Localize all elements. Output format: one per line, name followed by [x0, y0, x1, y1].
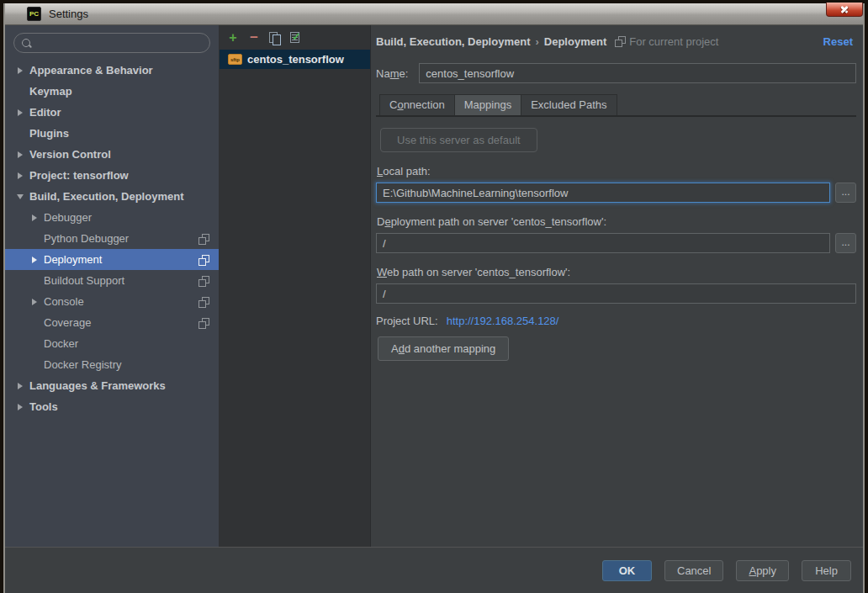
web-path-input[interactable]: [376, 283, 856, 304]
close-icon: [839, 4, 849, 14]
remove-server-icon[interactable]: −: [246, 31, 262, 45]
chevron-right-icon[interactable]: [13, 109, 26, 116]
title-bar[interactable]: PC Settings: [5, 3, 863, 25]
deployment-path-input[interactable]: [376, 233, 830, 253]
use-server-as-default-button[interactable]: Use this server as default: [380, 128, 537, 152]
tree-item-appearance-behavior[interactable]: Appearance & Behavior: [5, 60, 219, 81]
use-as-default-icon[interactable]: ✓: [288, 31, 304, 45]
reset-link[interactable]: Reset: [823, 35, 856, 48]
apply-button[interactable]: Apply: [736, 560, 789, 581]
project-url-label: Project URL:: [376, 315, 438, 327]
breadcrumb-separator: ›: [535, 35, 538, 48]
project-url-row: Project URL: http://192.168.254.128/: [376, 315, 856, 327]
tree-item-label: Editor: [29, 102, 61, 123]
help-button[interactable]: Help: [802, 560, 851, 581]
window-title: Settings: [49, 8, 88, 20]
tree-item-label: Console: [44, 291, 84, 312]
tree-item-tools[interactable]: Tools: [5, 396, 219, 417]
tree-item-label: Python Debugger: [44, 228, 129, 249]
tree-item-python-debugger[interactable]: Python Debugger: [5, 228, 219, 249]
tree-item-label: Docker: [44, 333, 78, 354]
tree-item-deployment[interactable]: Deployment: [5, 249, 219, 270]
tree-item-keymap[interactable]: Keymap: [5, 81, 219, 102]
tree-item-label: Coverage: [44, 312, 91, 333]
per-project-icon: [198, 318, 209, 328]
search-input[interactable]: [37, 36, 203, 50]
tab-connection[interactable]: Connection: [379, 94, 455, 115]
tree-item-editor[interactable]: Editor: [5, 102, 219, 123]
chevron-right-icon[interactable]: [28, 214, 40, 221]
tree-item-docker-registry[interactable]: Docker Registry: [5, 354, 219, 375]
chevron-right-icon[interactable]: [13, 404, 26, 410]
tree-item-label: Languages & Frameworks: [29, 375, 166, 396]
settings-sidebar: Appearance & BehaviorKeymapEditorPlugins…: [5, 25, 220, 547]
browse-button[interactable]: ...: [835, 183, 856, 203]
per-project-icon: [615, 36, 625, 46]
tree-item-label: Debugger: [44, 207, 92, 228]
cancel-button[interactable]: Cancel: [664, 560, 723, 581]
browse-button[interactable]: ...: [835, 233, 856, 253]
add-another-mapping-button[interactable]: Add another mapping: [378, 336, 509, 361]
name-label: Name:: [376, 67, 408, 80]
settings-tree: Appearance & BehaviorKeymapEditorPlugins…: [5, 60, 219, 417]
tree-item-label: Version Control: [29, 144, 111, 165]
close-button[interactable]: [826, 3, 863, 17]
chevron-down-icon[interactable]: [13, 194, 26, 199]
tree-item-version-control[interactable]: Version Control: [5, 144, 219, 165]
chevron-right-icon[interactable]: [13, 172, 26, 179]
tree-item-console[interactable]: Console: [5, 291, 219, 312]
scope-label: For current project: [629, 35, 718, 48]
chevron-right-icon[interactable]: [13, 383, 26, 389]
tree-item-label: Tools: [29, 396, 58, 417]
tab-strip: ConnectionMappingsExcluded Paths: [376, 94, 856, 117]
tree-item-languages-frameworks[interactable]: Languages & Frameworks: [5, 375, 219, 396]
window-body: Appearance & BehaviorKeymapEditorPlugins…: [5, 25, 863, 547]
project-url-link[interactable]: http://192.168.254.128/: [447, 315, 559, 327]
breadcrumb-current: Deployment: [544, 35, 606, 48]
mapping-fields: Local path:...Deployment path on server …: [376, 165, 856, 304]
add-server-icon[interactable]: +: [225, 31, 241, 45]
tab-mappings[interactable]: Mappings: [455, 94, 521, 115]
tree-item-plugins[interactable]: Plugins: [5, 123, 219, 144]
settings-search-box[interactable]: [13, 33, 210, 53]
settings-window: PC Settings Appearance & BehaviorKeymapE…: [3, 3, 865, 593]
tree-item-label: Buildout Support: [44, 270, 124, 291]
field-row: ...: [376, 183, 856, 203]
server-list-panel: +−✓ sftpcentos_tensorflow: [220, 25, 371, 547]
field-row: [376, 283, 856, 304]
tree-item-debugger[interactable]: Debugger: [5, 207, 219, 228]
chevron-right-icon[interactable]: [13, 67, 26, 74]
tree-item-coverage[interactable]: Coverage: [5, 312, 219, 333]
tree-item-label: Deployment: [44, 249, 102, 270]
per-project-icon: [198, 276, 209, 286]
local-path-input[interactable]: [376, 183, 830, 203]
tree-item-docker[interactable]: Docker: [5, 333, 219, 354]
chevron-right-icon[interactable]: [28, 257, 40, 263]
server-list-item[interactable]: sftpcentos_tensorflow: [220, 50, 370, 69]
tree-item-label: Build, Execution, Deployment: [29, 186, 183, 207]
server-list: sftpcentos_tensorflow: [220, 50, 370, 69]
deployment-settings-panel: Build, Execution, Deployment › Deploymen…: [371, 25, 863, 547]
server-name-input[interactable]: [419, 63, 856, 83]
tree-item-label: Keymap: [29, 81, 72, 102]
search-icon: [21, 38, 32, 49]
tree-item-build-execution-deployment[interactable]: Build, Execution, Deployment: [5, 186, 219, 207]
server-name-row: Name:: [376, 63, 856, 83]
copy-server-icon[interactable]: [267, 31, 283, 45]
ok-button[interactable]: OK: [602, 560, 652, 581]
local-path-label: Local path:: [376, 165, 856, 177]
chevron-right-icon[interactable]: [28, 299, 40, 305]
breadcrumb-parent: Build, Execution, Deployment: [376, 35, 530, 48]
per-project-icon: [198, 255, 209, 265]
tab-excluded-paths[interactable]: Excluded Paths: [521, 94, 617, 115]
chevron-right-icon[interactable]: [13, 151, 26, 158]
tree-item-label: Appearance & Behavior: [29, 60, 153, 81]
tree-item-buildout-support[interactable]: Buildout Support: [5, 270, 219, 291]
per-project-icon: [198, 234, 209, 244]
pycharm-logo-icon: PC: [27, 7, 41, 21]
tree-item-label: Plugins: [29, 123, 69, 144]
tree-item-project-tensorflow[interactable]: Project: tensorflow: [5, 165, 219, 186]
per-project-icon: [198, 297, 209, 307]
settings-header: Build, Execution, Deployment › Deploymen…: [376, 32, 856, 50]
server-list-toolbar: +−✓: [220, 25, 370, 50]
